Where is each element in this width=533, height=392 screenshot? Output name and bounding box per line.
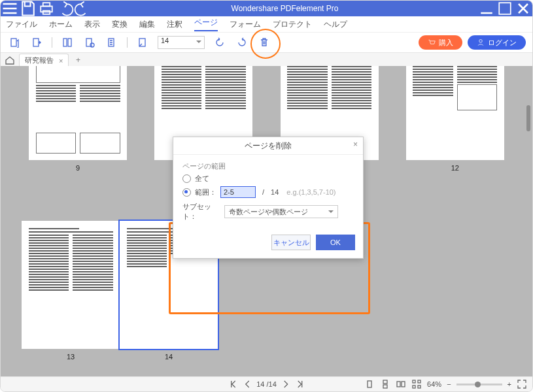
delete-pages-dialog: ページを削除 × ページの範囲 全て 範囲： / 14 e.g.(1,3,5,7… bbox=[173, 137, 364, 259]
login-button[interactable]: ログイン bbox=[468, 35, 526, 50]
app-window: Wondershare PDFelement Pro ファイル ホーム 表示 変… bbox=[0, 0, 533, 392]
subset-value: 奇数ページや偶数ページ bbox=[229, 207, 308, 217]
two-page-view-icon[interactable] bbox=[396, 379, 406, 389]
menu-icon[interactable] bbox=[1, 1, 19, 16]
fullscreen-icon[interactable] bbox=[517, 379, 527, 389]
maximize-icon[interactable] bbox=[496, 1, 514, 16]
ok-button[interactable]: OK bbox=[316, 235, 355, 250]
svg-rect-18 bbox=[413, 380, 415, 383]
page-thumb[interactable] bbox=[22, 221, 120, 349]
next-page-icon[interactable] bbox=[281, 379, 291, 389]
radio-all-row[interactable]: 全て bbox=[182, 174, 354, 184]
menu-protect[interactable]: プロテクト bbox=[273, 19, 312, 30]
file-tab-close-icon[interactable]: × bbox=[59, 57, 63, 65]
zoom-out-icon[interactable]: − bbox=[447, 380, 451, 388]
app-title: Wondershare PDFelement Pro bbox=[92, 4, 477, 13]
rotate-left-icon[interactable] bbox=[213, 35, 227, 50]
page-thumb[interactable] bbox=[406, 66, 504, 160]
insert-page-icon[interactable] bbox=[7, 35, 22, 50]
svg-rect-8 bbox=[86, 39, 92, 46]
labels-icon[interactable] bbox=[105, 35, 119, 50]
page-indicator-group: 14 /14 bbox=[228, 379, 305, 389]
range-input[interactable] bbox=[220, 186, 256, 198]
chevron-down-icon bbox=[328, 210, 334, 216]
svg-point-9 bbox=[90, 43, 94, 47]
single-view-icon[interactable] bbox=[364, 379, 375, 389]
undo-icon[interactable] bbox=[56, 1, 74, 16]
zoom-slider[interactable] bbox=[456, 384, 502, 385]
add-tab-button[interactable]: + bbox=[73, 56, 83, 65]
svg-rect-19 bbox=[418, 380, 421, 383]
menu-file[interactable]: ファイル bbox=[6, 19, 37, 30]
ok-label: OK bbox=[330, 238, 341, 246]
radio-range-label: 範囲： bbox=[195, 188, 216, 197]
radio-all[interactable] bbox=[182, 174, 191, 183]
close-icon[interactable] bbox=[514, 1, 532, 16]
menu-convert[interactable]: 変換 bbox=[112, 19, 128, 30]
zoom-label: 64% bbox=[427, 380, 441, 388]
toolbar-divider bbox=[52, 37, 52, 48]
thumb-col: 13 bbox=[22, 221, 120, 377]
minimize-icon[interactable] bbox=[477, 1, 496, 16]
menu-home[interactable]: ホーム bbox=[49, 19, 73, 30]
file-tab-name: 研究報告 bbox=[25, 56, 54, 65]
svg-rect-14 bbox=[383, 380, 387, 384]
svg-rect-3 bbox=[499, 3, 511, 14]
rotate-right-icon[interactable] bbox=[235, 35, 249, 50]
radio-range-row[interactable]: 範囲： / 14 e.g.(1,3,5,7-10) bbox=[182, 186, 354, 198]
prev-page-icon[interactable] bbox=[242, 379, 252, 389]
delete-page-wrap bbox=[257, 35, 271, 50]
radio-range[interactable] bbox=[182, 188, 191, 197]
svg-point-12 bbox=[479, 40, 483, 43]
cancel-button[interactable]: キャンセル bbox=[271, 235, 311, 250]
crop-page-icon[interactable] bbox=[135, 35, 150, 50]
zoom-in-icon[interactable]: + bbox=[507, 380, 511, 388]
page-number: 14 bbox=[165, 353, 173, 361]
home-icon[interactable] bbox=[5, 55, 15, 65]
redo-icon[interactable] bbox=[74, 1, 92, 16]
save-icon[interactable] bbox=[19, 1, 37, 16]
last-page-icon[interactable] bbox=[295, 379, 305, 389]
menu-edit[interactable]: 編集 bbox=[139, 19, 155, 30]
page-thumb[interactable] bbox=[29, 66, 127, 160]
subset-row: サブセット： 奇数ページや偶数ページ bbox=[182, 202, 354, 221]
total-pages: 14 bbox=[271, 188, 279, 196]
dialog-title-bar: ページを削除 × bbox=[173, 137, 363, 155]
svg-rect-6 bbox=[63, 39, 67, 46]
menu-page[interactable]: ページ bbox=[194, 17, 218, 31]
first-page-icon[interactable] bbox=[228, 379, 238, 389]
delete-page-icon[interactable] bbox=[257, 35, 271, 50]
menu-comment[interactable]: 注釈 bbox=[167, 19, 182, 30]
toolbar-divider bbox=[127, 37, 128, 48]
dialog-close-icon[interactable]: × bbox=[353, 140, 358, 149]
svg-rect-4 bbox=[11, 39, 16, 46]
buy-button-label: 購入 bbox=[439, 38, 453, 48]
page-indicator: 14 /14 bbox=[256, 380, 277, 388]
split-page-icon[interactable] bbox=[60, 35, 75, 50]
page-number: 9 bbox=[76, 164, 80, 172]
statusbar: 14 /14 64% − + bbox=[1, 376, 532, 391]
menu-help[interactable]: ヘルプ bbox=[324, 19, 347, 30]
svg-rect-5 bbox=[33, 39, 39, 46]
thumbnail-view-icon[interactable] bbox=[411, 379, 422, 389]
scrollbar-thumb[interactable] bbox=[526, 105, 530, 131]
toolbar: 14 購入 ログイン bbox=[1, 33, 532, 53]
radio-all-label: 全て bbox=[195, 174, 209, 184]
svg-rect-1 bbox=[43, 3, 50, 6]
page-selector[interactable]: 14 bbox=[158, 36, 205, 49]
print-icon[interactable] bbox=[37, 1, 56, 16]
login-button-label: ログイン bbox=[488, 38, 517, 48]
subset-combo[interactable]: 奇数ページや偶数ページ bbox=[224, 205, 338, 218]
extract-page-icon[interactable] bbox=[29, 35, 44, 50]
page-number: 12 bbox=[451, 164, 459, 172]
file-tab[interactable]: 研究報告 × bbox=[19, 54, 69, 67]
subset-label: サブセット： bbox=[182, 202, 220, 221]
continuous-view-icon[interactable] bbox=[380, 379, 390, 389]
menu-form[interactable]: フォーム bbox=[230, 19, 261, 30]
thumb-col: 9 bbox=[29, 66, 127, 188]
buy-button[interactable]: 購入 bbox=[419, 35, 462, 50]
titlebar: Wondershare PDFelement Pro bbox=[1, 1, 532, 16]
menu-view[interactable]: 表示 bbox=[84, 19, 100, 30]
dialog-title: ページを削除 bbox=[245, 140, 292, 152]
replace-page-icon[interactable] bbox=[82, 35, 97, 50]
